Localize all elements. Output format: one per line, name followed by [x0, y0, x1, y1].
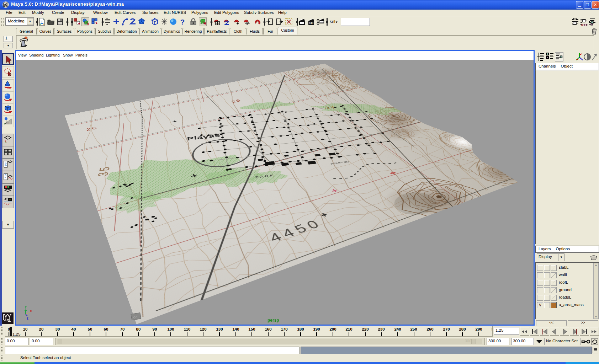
svg-text:z: z: [27, 316, 28, 320]
svg-text:x: x: [30, 309, 32, 313]
svg-text:?: ?: [180, 18, 185, 26]
svg-text:IPR: IPR: [309, 22, 313, 25]
svg-text:persp: persp: [267, 318, 279, 323]
svg-text:Y: Y: [25, 305, 27, 309]
